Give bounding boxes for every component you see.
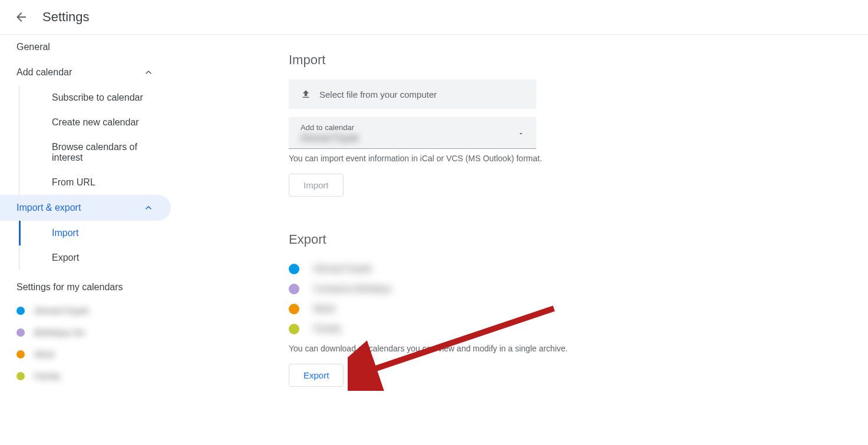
back-arrow-icon[interactable] — [14, 10, 28, 24]
calendar-name: Contacts birthdays — [313, 284, 392, 294]
dropdown-arrow-icon — [517, 130, 524, 137]
calendar-color-dot — [289, 324, 299, 334]
calendar-color-dot — [16, 307, 25, 315]
sidebar-item-label: Export — [52, 253, 79, 263]
sidebar-item-browse[interactable]: Browse calendars of interest — [18, 135, 171, 170]
calendar-name: Family — [34, 371, 60, 381]
sidebar-item-label: Import — [52, 228, 78, 238]
sidebar-item-label: From URL — [52, 177, 95, 188]
sidebar-item-label: General — [16, 42, 50, 52]
sidebar-calendar-item[interactable]: Ahmed Fayek — [0, 300, 171, 321]
sidebar-item-general[interactable]: General — [0, 35, 171, 59]
calendar-name: Family — [313, 324, 341, 334]
sidebar-item-label: Browse calendars of interest — [52, 142, 154, 163]
calendar-color-dot — [16, 350, 25, 358]
chevron-up-icon — [143, 67, 154, 78]
calendar-name: Birthdays list — [34, 327, 84, 337]
sidebar-item-label: Create new calendar — [52, 117, 139, 128]
export-button[interactable]: Export — [289, 364, 344, 387]
page-title: Settings — [42, 9, 90, 25]
calendar-name: Work — [313, 304, 335, 314]
sidebar-calendar-item[interactable]: Work — [0, 343, 171, 365]
export-calendar-item: Ahmed Fayek — [289, 259, 678, 279]
calendar-color-dot — [16, 328, 25, 337]
calendar-color-dot — [289, 284, 299, 294]
sidebar-item-label: Add calendar — [16, 67, 72, 78]
export-helper-text: You can download all calendars you can v… — [289, 344, 678, 353]
import-section-title: Import — [289, 52, 678, 68]
sidebar-heading-my-calendars: Settings for my calendars — [0, 270, 171, 300]
import-button[interactable]: Import — [289, 174, 344, 197]
sidebar-calendar-item[interactable]: Birthdays list — [0, 321, 171, 343]
select-file-label: Select file from your computer — [319, 89, 437, 99]
calendar-color-dot — [289, 264, 299, 274]
sidebar-item-create-new[interactable]: Create new calendar — [18, 110, 171, 135]
import-section: Import Select file from your computer Ad… — [289, 52, 678, 197]
sidebar-item-import-export[interactable]: Import & export — [0, 195, 171, 221]
export-calendar-item: Work — [289, 299, 678, 319]
dropdown-label: Add to calendar — [301, 123, 359, 132]
select-file-button[interactable]: Select file from your computer — [289, 79, 536, 109]
sidebar: General Add calendar Subscribe to calend… — [0, 35, 171, 422]
export-section-title: Export — [289, 232, 678, 247]
sidebar-item-import[interactable]: Import — [18, 221, 171, 245]
import-helper-text: You can import event information in iCal… — [289, 154, 678, 163]
main-content: Import Select file from your computer Ad… — [171, 35, 701, 422]
export-calendars-list: Ahmed FayekContacts birthdaysWorkFamily — [289, 259, 678, 339]
calendar-name: Ahmed Fayek — [34, 305, 89, 316]
sidebar-calendar-item[interactable]: Family — [0, 365, 171, 387]
export-section: Export Ahmed FayekContacts birthdaysWork… — [289, 232, 678, 387]
dropdown-value: Ahmed Fayek — [301, 133, 359, 144]
sidebar-item-label: Subscribe to calendar — [52, 92, 143, 103]
add-to-calendar-dropdown[interactable]: Add to calendar Ahmed Fayek — [289, 117, 536, 149]
calendar-color-dot — [289, 304, 299, 314]
upload-icon — [301, 89, 311, 99]
calendar-name: Work — [34, 349, 55, 359]
calendar-name: Ahmed Fayek — [313, 264, 372, 274]
sidebar-item-from-url[interactable]: From URL — [18, 170, 171, 195]
export-calendar-item: Family — [289, 319, 678, 339]
calendar-color-dot — [16, 372, 25, 380]
sidebar-item-export[interactable]: Export — [18, 245, 171, 270]
header: Settings — [0, 0, 868, 35]
export-calendar-item: Contacts birthdays — [289, 279, 678, 299]
sidebar-item-add-calendar[interactable]: Add calendar — [0, 59, 171, 85]
sidebar-item-subscribe[interactable]: Subscribe to calendar — [18, 85, 171, 110]
chevron-up-icon — [143, 202, 154, 214]
sidebar-item-label: Import & export — [16, 202, 81, 213]
